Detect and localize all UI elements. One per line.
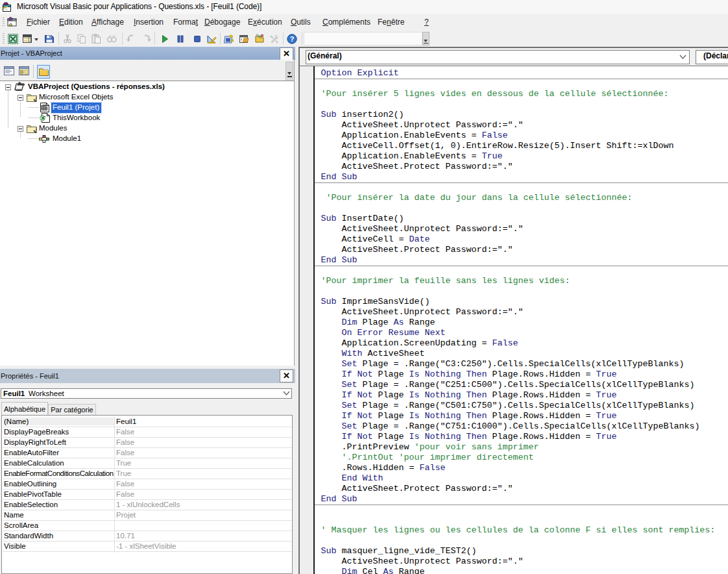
svg-text:?: ? — [290, 35, 295, 43]
